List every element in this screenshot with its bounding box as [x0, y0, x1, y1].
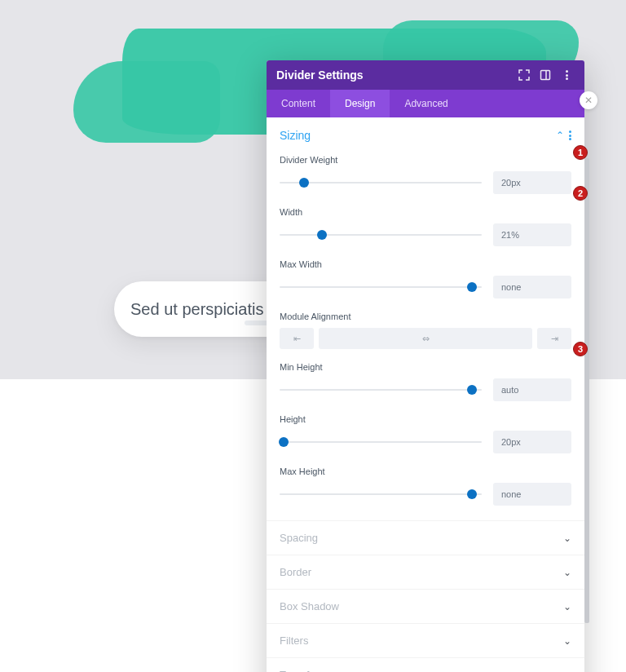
- label-divider-weight: Divider Weight: [280, 155, 571, 165]
- slider-max-width[interactable]: [280, 281, 482, 293]
- label-height: Height: [280, 414, 571, 424]
- annotation-badge-2: 2: [573, 186, 588, 201]
- columns-icon[interactable]: [537, 67, 553, 83]
- titlebar-menu-icon[interactable]: [558, 67, 575, 83]
- align-right-button[interactable]: ⇥: [537, 328, 571, 349]
- input-divider-weight[interactable]: [493, 171, 571, 194]
- section-sizing-title: Sizing: [280, 129, 556, 142]
- tab-advanced[interactable]: Advanced: [390, 90, 462, 117]
- modal-body: Sizing ⌃ Divider Weight Width: [267, 117, 584, 672]
- slider-width[interactable]: [280, 229, 482, 241]
- annotation-badge-1: 1: [573, 145, 588, 160]
- modal-title: Divider Settings: [276, 69, 511, 82]
- align-left-button[interactable]: ⇤: [280, 328, 314, 349]
- field-min-height: Min Height: [267, 357, 584, 409]
- section-filters[interactable]: Filters⌄: [267, 623, 584, 657]
- label-max-width: Max Width: [280, 259, 571, 269]
- chevron-down-icon: ⌄: [563, 567, 571, 578]
- field-height: Height: [267, 409, 584, 462]
- slider-max-height[interactable]: [280, 489, 482, 500]
- label-module-alignment: Module Alignment: [280, 312, 571, 321]
- svg-rect-0: [541, 71, 550, 80]
- modal-right-edge: [584, 158, 589, 623]
- tabs: Content Design Advanced: [267, 90, 584, 117]
- section-border[interactable]: Border⌄: [267, 555, 584, 589]
- slider-min-height[interactable]: [280, 384, 482, 396]
- chevron-up-icon[interactable]: ⌃: [556, 130, 564, 141]
- input-max-height[interactable]: [493, 483, 571, 506]
- section-sizing-head[interactable]: Sizing ⌃: [267, 117, 584, 150]
- field-width: Width: [267, 202, 584, 254]
- section-spacing[interactable]: Spacing⌄: [267, 520, 584, 555]
- input-height[interactable]: [493, 431, 571, 453]
- label-width: Width: [280, 207, 571, 217]
- settings-modal: Divider Settings Content Design Advanced…: [267, 60, 584, 672]
- input-width[interactable]: [493, 223, 571, 246]
- field-max-height: Max Height: [267, 462, 584, 520]
- label-max-height: Max Height: [280, 466, 571, 476]
- field-divider-weight: Divider Weight: [267, 150, 584, 202]
- chevron-down-icon: ⌄: [563, 533, 571, 544]
- expand-icon[interactable]: [516, 67, 532, 83]
- modal-titlebar: Divider Settings: [267, 60, 584, 90]
- slider-height[interactable]: [280, 436, 482, 448]
- tab-design[interactable]: Design: [330, 90, 390, 117]
- section-transform[interactable]: Transform⌄: [267, 657, 584, 672]
- field-module-alignment: Module Alignment ⇤ ⇔ ⇥: [267, 307, 584, 357]
- align-center-button[interactable]: ⇔: [319, 328, 532, 349]
- annotation-badge-3: 3: [573, 342, 588, 356]
- close-float-icon[interactable]: ✕: [580, 91, 597, 109]
- search-text: Sed ut perspiciatis ur: [130, 300, 283, 319]
- field-max-width: Max Width: [267, 254, 584, 307]
- input-min-height[interactable]: [493, 378, 571, 401]
- slider-divider-weight[interactable]: [280, 177, 482, 188]
- section-box-shadow[interactable]: Box Shadow⌄: [267, 589, 584, 623]
- chevron-down-icon: ⌄: [563, 670, 571, 673]
- chevron-down-icon: ⌄: [563, 635, 571, 647]
- section-menu-icon[interactable]: [569, 130, 571, 141]
- label-min-height: Min Height: [280, 362, 571, 372]
- tab-content[interactable]: Content: [267, 90, 330, 117]
- chevron-down-icon: ⌄: [563, 601, 571, 612]
- input-max-width[interactable]: [493, 276, 571, 298]
